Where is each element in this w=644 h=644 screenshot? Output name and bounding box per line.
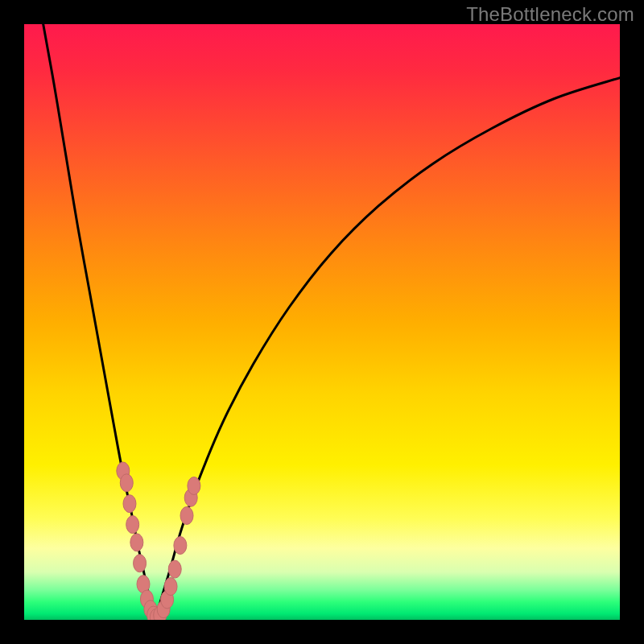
curves-layer	[24, 24, 620, 620]
marker-dot	[174, 537, 187, 555]
marker-dot	[134, 555, 147, 572]
watermark-text: TheBottleneck.com	[466, 3, 634, 26]
series-right-arm	[155, 78, 620, 620]
marker-dot	[164, 578, 177, 596]
marker-dot	[123, 495, 136, 513]
curve-right-arm	[155, 78, 620, 620]
marker-dot	[126, 516, 139, 534]
marker-dot	[130, 534, 143, 551]
chart-frame: TheBottleneck.com	[0, 0, 644, 644]
plot-area	[24, 24, 620, 620]
series-left-arm	[43, 24, 155, 620]
marker-dots	[117, 462, 200, 620]
marker-dot	[120, 474, 133, 492]
curve-left-arm	[43, 24, 155, 620]
marker-dot	[188, 477, 200, 495]
marker-dot	[180, 507, 193, 525]
marker-dot	[168, 560, 181, 578]
